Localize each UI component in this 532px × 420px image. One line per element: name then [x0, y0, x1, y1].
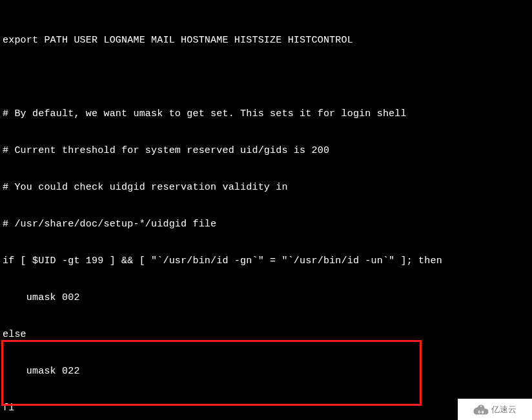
code-line: # /usr/share/doc/setup-*/uidgid file [3, 218, 529, 230]
watermark-text: 亿速云 [491, 403, 517, 415]
code-line: else [3, 328, 529, 341]
code-line [3, 71, 529, 83]
code-line: # By default, we want umask to get set. … [3, 108, 529, 120]
code-line: umask 022 [3, 365, 529, 377]
svg-point-0 [480, 406, 482, 407]
watermark-badge: 亿速云 [458, 399, 532, 420]
code-line: # Current threshold for system reserved … [3, 145, 529, 157]
code-line: # You could check uidgid reservation val… [3, 181, 529, 194]
cloud-icon [473, 405, 489, 415]
code-line: umask 002 [3, 292, 529, 304]
code-line: export PATH USER LOGNAME MAIL HOSTNAME H… [3, 34, 529, 46]
terminal-viewport[interactable]: export PATH USER LOGNAME MAIL HOSTNAME H… [0, 0, 532, 420]
code-line: if [ $UID -gt 199 ] && [ "`/usr/bin/id -… [3, 255, 529, 267]
code-line: fi [3, 402, 529, 414]
